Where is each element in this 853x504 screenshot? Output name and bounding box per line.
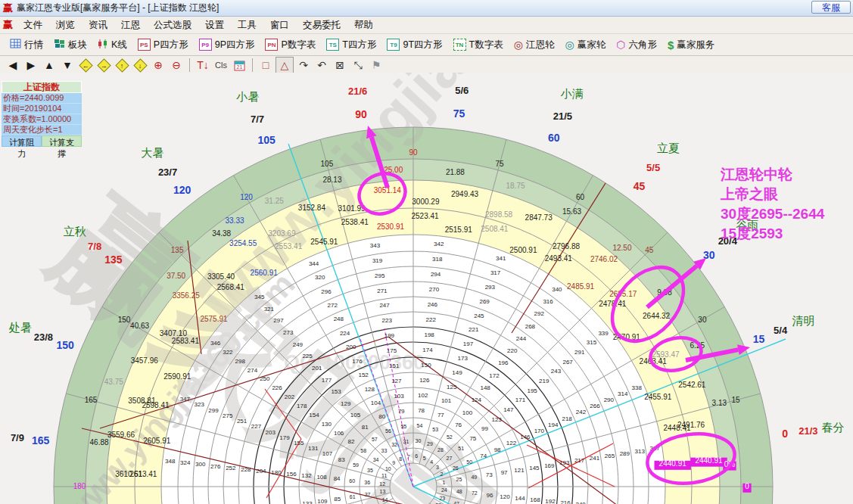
svg-text:150: 150 xyxy=(56,339,74,351)
svg-text:340: 340 xyxy=(552,286,562,293)
svg-text:252: 252 xyxy=(226,465,236,471)
tool-nav-up[interactable]: ▲ xyxy=(41,58,58,73)
toolbar-item-winner-wheel[interactable]: ◎赢家轮 xyxy=(559,39,611,51)
svg-text:2583.41: 2583.41 xyxy=(172,337,200,345)
tool-t-scale[interactable]: T↓ xyxy=(195,58,211,73)
tool-cls[interactable]: Cls xyxy=(213,58,229,73)
calc-resistance-button[interactable]: 计算阻力 xyxy=(2,135,42,147)
toolbar-item-quotes[interactable]: 行情 xyxy=(5,39,48,51)
svg-text:199: 199 xyxy=(384,332,395,339)
svg-text:2560.91: 2560.91 xyxy=(251,269,279,277)
chart-area: 赢家财富网www.yingjia360.comwww.yingjia360.co… xyxy=(0,73,853,504)
menu-item-3[interactable]: 江恩 xyxy=(114,17,147,33)
menu-item-2[interactable]: 资讯 xyxy=(82,17,114,33)
svg-text:131: 131 xyxy=(308,445,319,452)
toolbar-item-t-square[interactable]: TST四方形 xyxy=(321,39,381,51)
toolbar-label: 赢家服务 xyxy=(677,39,714,51)
tool-flag[interactable]: ⚑ xyxy=(368,58,384,73)
svg-text:156: 156 xyxy=(286,471,297,478)
toolbar-item-p-square[interactable]: PSP四方形 xyxy=(132,39,194,51)
tool-fit-view[interactable]: ⤡ xyxy=(350,58,366,73)
menu-item-9[interactable]: 帮助 xyxy=(347,17,380,33)
toolbar-item-winner-service[interactable]: $赢家服务 xyxy=(662,39,720,51)
toolbar-label: K线 xyxy=(111,39,127,51)
svg-text:58: 58 xyxy=(360,448,366,453)
svg-text:2605.91: 2605.91 xyxy=(143,437,171,445)
svg-text:170: 170 xyxy=(534,428,545,434)
menu-item-6[interactable]: 工具 xyxy=(231,17,263,33)
tool-nav-down[interactable]: ▼ xyxy=(59,58,76,73)
tool-rotate-ccw[interactable]: ↶ xyxy=(313,58,330,73)
svg-text:79: 79 xyxy=(398,408,405,415)
svg-text:48: 48 xyxy=(456,489,462,494)
svg-text:2485.91: 2485.91 xyxy=(567,282,595,291)
gann-wheel[interactable]: 赢家财富网www.yingjia360.comwww.yingjia360.co… xyxy=(0,73,853,504)
menu-item-8[interactable]: 交易委托 xyxy=(296,17,347,33)
svg-text:218: 218 xyxy=(562,415,572,422)
tool-clear-box[interactable]: ⊠ xyxy=(332,58,348,73)
svg-text:153: 153 xyxy=(331,388,341,395)
kline-candles-icon xyxy=(98,39,108,51)
svg-text:246: 246 xyxy=(428,301,438,308)
svg-text:171: 171 xyxy=(515,397,526,403)
menu-item-5[interactable]: 设置 xyxy=(198,17,231,33)
svg-text:221: 221 xyxy=(469,326,479,333)
svg-text:春分: 春分 xyxy=(822,421,845,434)
svg-text:2493.41: 2493.41 xyxy=(545,254,573,263)
svg-text:107: 107 xyxy=(322,450,333,457)
toolbar-item-gann-wheel[interactable]: ◎江恩轮 xyxy=(509,39,560,51)
tool-rotate-cw[interactable]: ↷ xyxy=(295,58,312,73)
svg-text:28: 28 xyxy=(437,447,444,453)
toolbar-label: 9P四方形 xyxy=(215,39,255,51)
svg-text:179: 179 xyxy=(279,434,290,441)
tool-zoom-out[interactable]: ⊖ xyxy=(168,58,185,73)
svg-text:204: 204 xyxy=(256,468,266,474)
symbol-name: 上证指数 xyxy=(2,81,82,93)
toolbar-item-p-number-table[interactable]: PNP数字表 xyxy=(260,39,321,51)
menu-item-1[interactable]: 浏览 xyxy=(49,17,82,33)
svg-text:169: 169 xyxy=(544,462,555,469)
ps-box-icon: PS xyxy=(138,39,151,51)
menu-logo-icon: 赢 xyxy=(3,18,13,32)
svg-text:108: 108 xyxy=(316,474,327,481)
calc-support-button[interactable]: 计算支撑 xyxy=(42,135,82,147)
svg-text:2746.02: 2746.02 xyxy=(590,255,618,263)
svg-text:298: 298 xyxy=(235,358,246,365)
customer-service-button[interactable]: 客服 xyxy=(811,1,851,14)
tool-pan-down[interactable]: ↓ xyxy=(132,58,148,73)
toolbar-item-9p-square[interactable]: P99P四方形 xyxy=(194,39,260,51)
toolbar-label: 9T四方形 xyxy=(403,39,442,51)
svg-text:147: 147 xyxy=(503,406,514,413)
extra-labels: 33.33 xyxy=(225,216,244,225)
tool-shape-triangle[interactable]: △ xyxy=(276,57,294,73)
tool-calendar[interactable]: 21 xyxy=(231,58,247,73)
menu-item-0[interactable]: 文件 xyxy=(17,17,49,33)
svg-text:251: 251 xyxy=(237,418,247,425)
svg-text:105: 105 xyxy=(258,134,276,146)
menu-item-7[interactable]: 窗口 xyxy=(263,17,296,33)
toolbar-item-t-number-table[interactable]: TNT数字表 xyxy=(448,39,509,51)
menu-item-4[interactable]: 公式选股 xyxy=(147,17,198,33)
svg-text:203: 203 xyxy=(266,429,276,436)
toolbar-item-kline[interactable]: K线 xyxy=(92,39,132,51)
tool-pan-up[interactable]: ↑ xyxy=(114,58,130,73)
svg-text:50: 50 xyxy=(466,459,472,465)
tool-zoom-in[interactable]: ⊕ xyxy=(150,58,167,73)
svg-text:36: 36 xyxy=(364,480,370,485)
svg-text:223: 223 xyxy=(382,317,393,324)
svg-text:151: 151 xyxy=(389,362,400,369)
svg-text:124: 124 xyxy=(472,397,482,403)
wheel-target-icon: ◎ xyxy=(565,39,574,51)
svg-text:321: 321 xyxy=(264,306,275,313)
svg-text:338: 338 xyxy=(631,384,642,391)
tool-nav-next[interactable]: ▶ xyxy=(23,58,39,73)
toolbar-item-sectors[interactable]: 板块 xyxy=(48,39,92,51)
toolbar-item-9t-square[interactable]: T99T四方形 xyxy=(381,39,447,51)
svg-text:347: 347 xyxy=(180,396,191,403)
svg-text:150: 150 xyxy=(421,362,431,369)
tool-shape-square[interactable]: □ xyxy=(257,58,274,73)
tool-pan-right[interactable]: → xyxy=(95,58,112,73)
tool-nav-prev[interactable]: ◀ xyxy=(5,58,21,73)
toolbar-item-hexagon[interactable]: ⬡六角形 xyxy=(611,39,662,51)
tool-pan-left[interactable]: ← xyxy=(77,58,94,73)
